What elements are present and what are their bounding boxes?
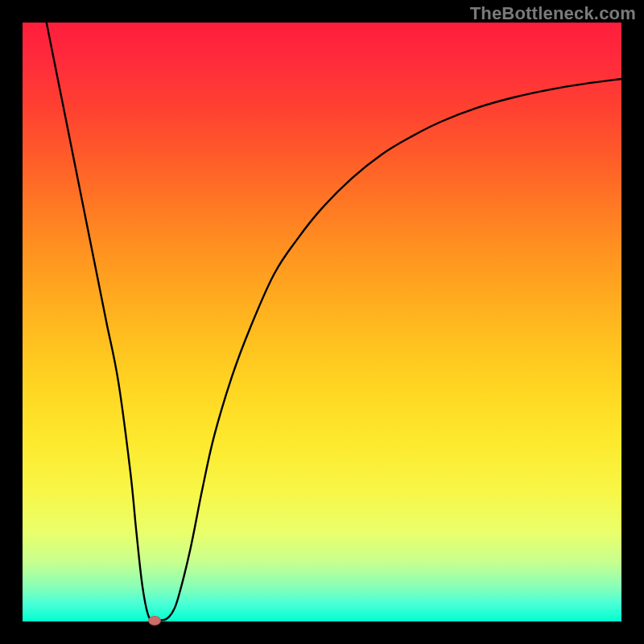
minimum-marker bbox=[148, 616, 161, 625]
bottleneck-curve bbox=[47, 23, 621, 621]
watermark-text: TheBottleneck.com bbox=[470, 3, 636, 24]
curve-svg bbox=[23, 23, 621, 621]
plot-area bbox=[23, 23, 621, 621]
chart-frame: TheBottleneck.com bbox=[0, 0, 644, 644]
